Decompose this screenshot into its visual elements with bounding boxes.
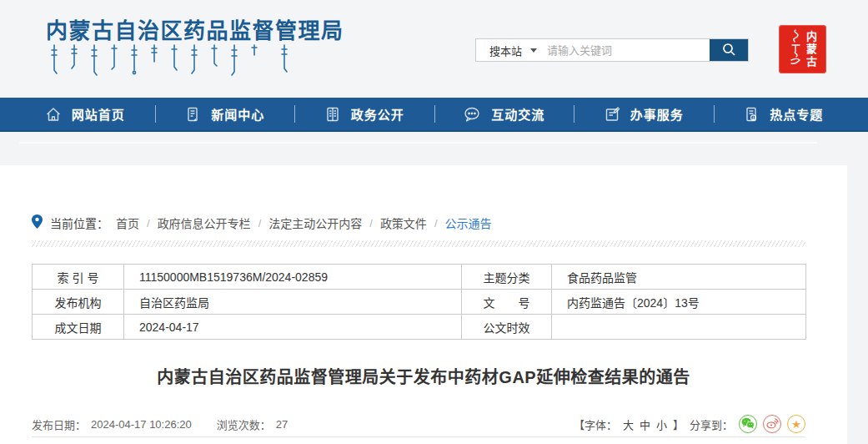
location-pin-icon	[32, 214, 43, 231]
chat-icon	[463, 106, 481, 123]
search-scope-label: 搜本站	[489, 43, 522, 58]
nav-item-hot-topics[interactable]: 热点专题	[714, 98, 854, 130]
nav-item-news[interactable]: 新闻中心	[155, 98, 295, 130]
nav-item-home[interactable]: 网站首页	[15, 98, 155, 130]
fontsize-bracket-open: 【字体：	[574, 416, 617, 432]
publish-date-value: 2024-04-17 10:26:20	[91, 418, 192, 431]
nav-item-label: 办事服务	[630, 105, 684, 123]
hatch-divider	[32, 240, 805, 247]
star-icon: ★	[791, 419, 801, 430]
search-input[interactable]	[547, 39, 710, 61]
site-seal[interactable]: 内蒙古	[779, 25, 826, 73]
seal-text: 内蒙古	[805, 31, 816, 68]
breadcrumb-separator: /	[258, 217, 262, 230]
breadcrumb-item-policy[interactable]: 政策文件	[380, 214, 427, 231]
doc-index-label: 索 引 号	[33, 265, 124, 290]
seal-calligraphy-icon	[789, 28, 802, 70]
breadcrumb-item-gov-info[interactable]: 政府信息公开专栏	[158, 214, 251, 231]
service-icon	[604, 106, 620, 123]
search-icon	[721, 42, 736, 59]
share-label: 分享到：	[690, 416, 733, 432]
doc-number-value: 内药监通告〔2024〕13号	[552, 290, 806, 315]
home-icon	[45, 106, 62, 123]
share-wechat-button[interactable]	[739, 415, 757, 433]
nav-item-label: 互动交流	[491, 105, 544, 123]
nav-item-gov-open[interactable]: 政务公开	[294, 98, 434, 130]
doc-number-label: 文 号	[462, 290, 552, 315]
views-count: 27	[276, 418, 288, 431]
doc-topic-value: 食品药品监管	[552, 265, 806, 290]
nav-item-label: 热点专题	[770, 105, 823, 123]
mongolian-script	[48, 43, 299, 80]
news-icon	[184, 106, 201, 123]
nav-item-label: 网站首页	[72, 105, 125, 123]
nav-item-label: 政务公开	[351, 105, 404, 123]
doc-validity-label: 公文时效	[462, 315, 552, 340]
gov-open-icon	[324, 106, 341, 123]
breadcrumb-item-home[interactable]: 首页	[116, 214, 139, 231]
nav-item-services[interactable]: 办事服务	[574, 98, 714, 130]
breadcrumb-item-statutory[interactable]: 法定主动公开内容	[268, 214, 362, 231]
publish-date-label: 发布日期：	[32, 416, 86, 432]
share-favorite-button[interactable]: ★	[787, 415, 805, 433]
doc-validity-value	[552, 315, 806, 340]
breadcrumb-separator: /	[369, 217, 373, 230]
article-title: 内蒙古自治区药品监督管理局关于发布中药材GAP延伸检查结果的通告	[0, 364, 847, 388]
fontsize-large-button[interactable]: 大	[623, 416, 634, 432]
article-meta-right: 【字体： 大 中 小 】 分享到： ★	[574, 415, 805, 433]
table-row: 成文日期 2024-04-17 公文时效	[33, 315, 806, 340]
doc-index-value: 11150000MB1519736M/2024-02859	[124, 265, 462, 290]
header-band-divider	[19, 142, 817, 144]
breadcrumb: 当前位置： 首页 / 政府信息公开专栏 / 法定主动公开内容 / 政策文件 / …	[32, 214, 492, 231]
site-search: 搜本站	[475, 38, 749, 62]
hot-topic-icon	[743, 106, 760, 123]
site-header: 内蒙古自治区药品监督管理局 搜本站	[0, 0, 868, 98]
wechat-icon	[741, 417, 755, 431]
content-bottom-divider	[32, 436, 805, 437]
share-weibo-button[interactable]	[763, 415, 781, 433]
doc-date-label: 成文日期	[33, 315, 124, 340]
breadcrumb-item-current[interactable]: 公示通告	[445, 214, 492, 231]
table-row: 索 引 号 11150000MB1519736M/2024-02859 主题分类…	[33, 265, 806, 290]
table-row: 发布机构 自治区药监局 文 号 内药监通告〔2024〕13号	[33, 290, 806, 315]
search-scope-dropdown[interactable]: 搜本站	[476, 39, 547, 61]
article-meta: 发布日期： 2024-04-17 10:26:20 浏览次数： 27 【字体： …	[32, 415, 805, 433]
weibo-icon	[766, 417, 779, 431]
doc-issuer-value: 自治区药监局	[124, 290, 462, 315]
breadcrumb-separator: /	[147, 217, 150, 230]
fontsize-bracket-close: 】	[673, 416, 684, 432]
breadcrumb-separator: /	[434, 217, 438, 230]
nav-item-label: 新闻中心	[211, 105, 264, 123]
fontsize-small-button[interactable]: 小	[656, 416, 667, 432]
nav-item-interaction[interactable]: 互动交流	[434, 98, 574, 130]
doc-date-value: 2024-04-17	[124, 315, 462, 340]
breadcrumb-prefix: 当前位置：	[50, 214, 108, 231]
chevron-down-icon	[530, 48, 537, 53]
doc-info-table: 索 引 号 11150000MB1519736M/2024-02859 主题分类…	[32, 264, 806, 340]
main-nav: 网站首页 新闻中心 政务公开 互动交流	[0, 98, 868, 132]
doc-issuer-label: 发布机构	[33, 290, 124, 315]
doc-topic-label: 主题分类	[462, 265, 552, 290]
search-button[interactable]	[710, 39, 748, 61]
article-meta-left: 发布日期： 2024-04-17 10:26:20 浏览次数： 27	[32, 416, 288, 432]
fontsize-medium-button[interactable]: 中	[640, 416, 650, 432]
views-label: 浏览次数：	[217, 416, 271, 432]
site-title: 内蒙古自治区药品监督管理局	[46, 13, 344, 44]
